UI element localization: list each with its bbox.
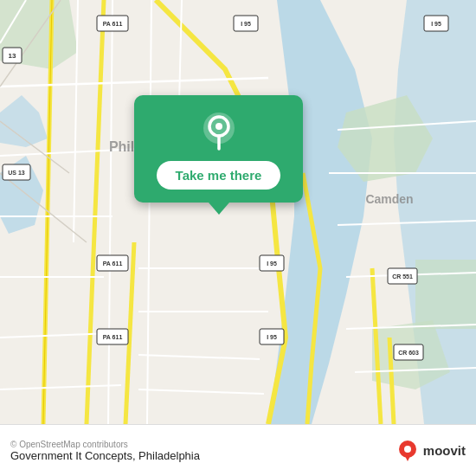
svg-text:I 95: I 95 [267, 334, 277, 340]
moovit-text: moovit [423, 443, 466, 458]
moovit-logo: moovit [396, 439, 466, 463]
location-pin-icon [198, 111, 240, 152]
moovit-icon [396, 439, 420, 463]
svg-text:US 13: US 13 [8, 170, 25, 176]
svg-text:Camden: Camden [365, 192, 413, 206]
svg-text:I 95: I 95 [267, 261, 277, 267]
svg-point-69 [404, 446, 411, 453]
map-popup: Take me there [134, 95, 303, 203]
svg-text:I 95: I 95 [431, 21, 441, 27]
svg-text:PA 611: PA 611 [103, 334, 123, 340]
svg-point-65 [215, 123, 222, 130]
location-name: Government It Concepts, Philadelphia [10, 449, 387, 462]
svg-text:PA 611: PA 611 [103, 261, 123, 267]
svg-text:CR 603: CR 603 [398, 350, 419, 356]
copyright-text: © OpenStreetMap contributors [10, 440, 387, 449]
svg-text:13: 13 [9, 52, 16, 60]
svg-rect-7 [415, 260, 476, 329]
map-container: US 13 PA 611 PA 611 PA 611 I 95 I 95 13 … [0, 0, 476, 424]
svg-text:PA 611: PA 611 [103, 21, 123, 27]
svg-text:I 95: I 95 [241, 21, 251, 27]
svg-text:CR 551: CR 551 [392, 273, 413, 280]
bottom-bar: © OpenStreetMap contributors Government … [0, 424, 476, 476]
bottom-info: © OpenStreetMap contributors Government … [10, 440, 387, 462]
map-background: US 13 PA 611 PA 611 PA 611 I 95 I 95 13 … [0, 0, 476, 424]
take-me-there-button[interactable]: Take me there [157, 161, 281, 190]
